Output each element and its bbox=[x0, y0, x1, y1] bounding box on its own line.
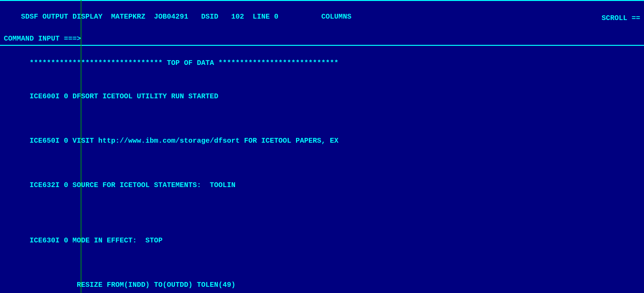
empty-line-1 bbox=[4, 114, 640, 125]
empty-line-3 bbox=[4, 202, 640, 213]
empty-line-2 bbox=[4, 158, 640, 169]
content-area: ******************************* TOP OF D… bbox=[0, 46, 644, 293]
green-vertical-bar bbox=[81, 0, 82, 293]
resize-line: RESIZE FROM(INDD) TO(OUTDD) TOLEN(49) bbox=[4, 269, 640, 293]
empty-line-5 bbox=[4, 258, 640, 269]
header-line-1: SDSF OUTPUT DISPLAY MATEPKRZ JOB04291 DS… bbox=[0, 0, 644, 33]
ice630i-line: ICE630I 0 MODE IN EFFECT: STOP bbox=[4, 224, 640, 258]
ice632i-line: ICE632I 0 SOURCE FOR ICETOOL STATEMENTS:… bbox=[4, 169, 640, 202]
ice650i-line: ICE650I 0 VISIT http://www.ibm.com/stora… bbox=[4, 125, 640, 158]
empty-line-4 bbox=[4, 213, 640, 224]
command-input[interactable] bbox=[85, 35, 276, 43]
ice600i-line: ICE600I 0 DFSORT ICETOOL UTILITY RUN STA… bbox=[4, 80, 640, 114]
terminal-screen: SDSF OUTPUT DISPLAY MATEPKRZ JOB04291 DS… bbox=[0, 0, 644, 293]
header-title: SDSF OUTPUT DISPLAY MATEPKRZ JOB04291 DS… bbox=[21, 13, 351, 21]
command-label: COMMAND INPUT ===> bbox=[4, 34, 85, 44]
scroll-label: SCROLL == bbox=[602, 13, 640, 23]
top-of-data-line: ******************************* TOP OF D… bbox=[4, 47, 640, 80]
command-input-line[interactable]: COMMAND INPUT ===> SCROLL == bbox=[0, 33, 644, 46]
